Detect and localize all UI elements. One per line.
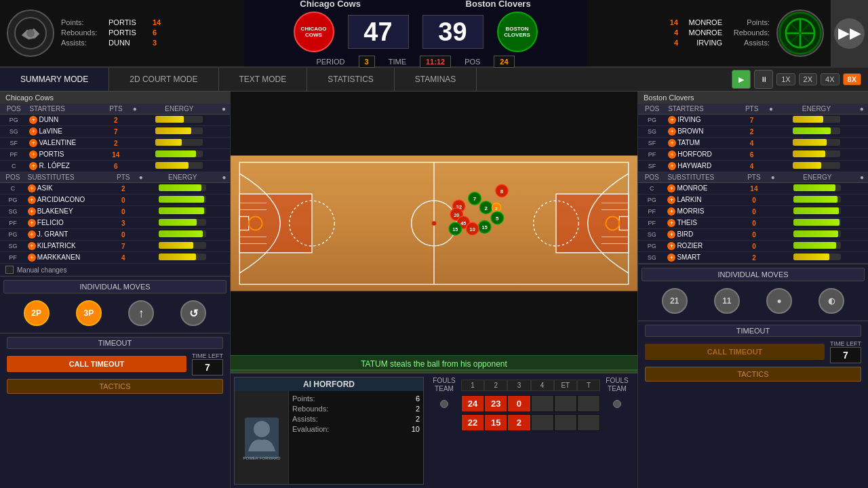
add-player-btn[interactable]: + — [668, 150, 676, 159]
table-row[interactable]: PF +MORRIS 0 — [638, 206, 868, 218]
table-row[interactable]: PF +FELICIO 3 — [0, 218, 230, 229]
speed-8x[interactable]: 8X — [843, 73, 861, 85]
pos-sub-header: POS — [0, 172, 26, 183]
add-sub-btn[interactable]: + — [667, 230, 675, 239]
player-rebounds-label: Rebounds: — [292, 405, 328, 413]
manual-changes-checkbox[interactable] — [5, 266, 14, 274]
left-time-left-val: 7 — [192, 359, 223, 375]
right-tactics-button[interactable]: TACTICS — [645, 367, 861, 382]
left-move-3p[interactable]: 3P — [76, 300, 102, 326]
table-row[interactable]: PG +J. GRANT 0 — [0, 229, 230, 241]
tab-court2d[interactable]: 2D COURT MODE — [109, 68, 218, 91]
speed-4x[interactable]: 4X — [821, 73, 839, 85]
add-sub-btn[interactable]: + — [28, 207, 36, 216]
speed-2x[interactable]: 2X — [799, 73, 817, 85]
table-row[interactable]: PG +ARCIDIACONO 0 — [0, 195, 230, 206]
right-energy-sub-header: ENERGY — [779, 172, 856, 183]
add-sub-btn[interactable]: + — [28, 230, 36, 239]
speed-1x[interactable]: 1X — [776, 73, 795, 85]
right-move-1[interactable]: 21 — [662, 288, 688, 314]
foul-r1-c2: 23 — [484, 395, 507, 412]
left-points-val: 14 — [153, 18, 161, 26]
table-row[interactable]: PG +IRVING 7 — [638, 115, 868, 126]
right-pos-sub-header: POS — [638, 172, 665, 183]
right-team-header: Boston Clovers — [638, 92, 868, 104]
table-row[interactable]: SG +BIRD 0 — [638, 229, 868, 241]
add-sub-btn[interactable]: + — [667, 207, 675, 216]
table-row[interactable]: PG +DUNN 2 — [0, 115, 230, 126]
table-row[interactable]: SG +KILPATRICK 7 — [0, 241, 230, 252]
table-row[interactable]: SG +BLAKENEY 0 — [0, 206, 230, 218]
table-row[interactable]: SG +BROWN 2 — [638, 126, 868, 138]
forward-button[interactable]: ▶▶ — [831, 0, 868, 66]
add-player-btn[interactable]: + — [29, 116, 37, 124]
add-sub-btn[interactable]: + — [28, 196, 36, 204]
svg-text:2: 2 — [484, 205, 488, 211]
left-time-left: TIME LEFT 7 — [192, 352, 223, 375]
fouls-section: FOULSTEAM 1 2 3 4 ET T FOULSTEAM — [427, 377, 634, 485]
table-row[interactable]: PF +PORTIS 14 — [0, 149, 230, 161]
right-pos-header: POS — [638, 104, 666, 115]
add-player-btn[interactable]: + — [29, 162, 37, 170]
pause-button[interactable]: ⏸ — [754, 70, 773, 89]
table-row[interactable]: PF +THEIS 0 — [638, 218, 868, 229]
table-row[interactable]: SG +SMART 2 — [638, 252, 868, 264]
tab-statistics[interactable]: STATISTICS — [307, 68, 395, 91]
table-row[interactable]: PG +LARKIN 0 — [638, 195, 868, 206]
right-call-timeout-button[interactable]: CALL TIMEOUT — [645, 344, 825, 360]
table-row[interactable]: SF +VALENTINE 2 — [0, 138, 230, 149]
add-sub-btn[interactable]: + — [667, 196, 675, 204]
add-player-btn[interactable]: + — [29, 127, 37, 136]
right-move-2[interactable]: 11 — [714, 288, 740, 314]
tab-staminas[interactable]: STAMINAS — [395, 68, 477, 91]
tab-text[interactable]: TEXT MODE — [219, 68, 308, 91]
right-team-info: 14 MONROE Points: 4 MONROE Rebounds: 4 I… — [587, 0, 831, 66]
left-moves-buttons: 2P 3P ↑ ↺ — [3, 297, 226, 329]
add-player-btn[interactable]: + — [668, 116, 676, 124]
left-assists-label: Assists: — [61, 39, 108, 47]
left-moves-title: INDIVIDUAL MOVES — [3, 280, 226, 293]
add-sub-btn[interactable]: + — [28, 242, 36, 250]
right-move-3[interactable]: ● — [766, 288, 792, 314]
boston-badge: BOSTONCLOVERS — [497, 12, 538, 52]
right-time-left: TIME LEFT 7 — [830, 340, 861, 363]
table-row[interactable]: C +R. LÓPEZ 6 — [0, 161, 230, 172]
add-player-btn[interactable]: + — [29, 139, 37, 147]
fouls-row-1: 24 23 0 — [461, 395, 600, 412]
table-row[interactable]: PF +HORFORD 6 — [638, 149, 868, 161]
add-sub-btn[interactable]: + — [28, 253, 36, 262]
table-row[interactable]: C +ASIK 2 — [0, 183, 230, 195]
right-move-4[interactable]: ◐ — [818, 288, 844, 314]
right-pts-sub-header: PTS — [741, 172, 767, 183]
table-row[interactable]: C +MONROE 14 — [638, 183, 868, 195]
right-individual-moves: INDIVIDUAL MOVES 21 11 ● ◐ — [638, 264, 868, 321]
manual-changes-label: Manual changes — [17, 266, 66, 274]
add-player-btn[interactable]: + — [668, 127, 676, 136]
left-move-rotate[interactable]: ↺ — [180, 300, 206, 326]
add-sub-btn[interactable]: + — [667, 253, 675, 262]
tab-summary[interactable]: SUMMARY MODE — [0, 68, 109, 91]
left-call-timeout-button[interactable]: CALL TIMEOUT — [7, 356, 186, 372]
add-sub-btn[interactable]: + — [28, 184, 36, 192]
add-sub-btn[interactable]: + — [667, 242, 675, 250]
play-button[interactable]: ▶ — [732, 70, 751, 89]
table-row[interactable]: SG +LaVINE 7 — [0, 126, 230, 138]
add-sub-btn[interactable]: + — [667, 184, 675, 192]
table-row[interactable]: PF +MARKKANEN 4 — [0, 252, 230, 264]
foul-r2-c2: 15 — [484, 414, 507, 431]
table-row[interactable]: SF +TATUM 4 — [638, 138, 868, 149]
left-move-2p[interactable]: 2P — [24, 300, 50, 326]
left-starters-table: POS STARTERS PTS ● ENERGY ● PG +DUNN 2 S… — [0, 104, 230, 172]
fouls-col-t: T — [577, 380, 600, 391]
table-row[interactable]: PG +ROZIER 0 — [638, 241, 868, 252]
add-player-btn[interactable]: + — [668, 139, 676, 147]
left-move-up[interactable]: ↑ — [128, 300, 154, 326]
right-panel: Boston Clovers POS STARTERS PTS ● ENERGY… — [637, 92, 868, 488]
add-sub-btn[interactable]: + — [667, 219, 675, 227]
left-tactics-button[interactable]: TACTICS — [7, 379, 223, 394]
add-player-btn[interactable]: + — [668, 162, 676, 170]
table-row[interactable]: SF +HAYWARD 4 — [638, 161, 868, 172]
svg-text:10: 10 — [470, 226, 475, 232]
add-player-btn[interactable]: + — [29, 150, 37, 159]
add-sub-btn[interactable]: + — [28, 219, 36, 227]
